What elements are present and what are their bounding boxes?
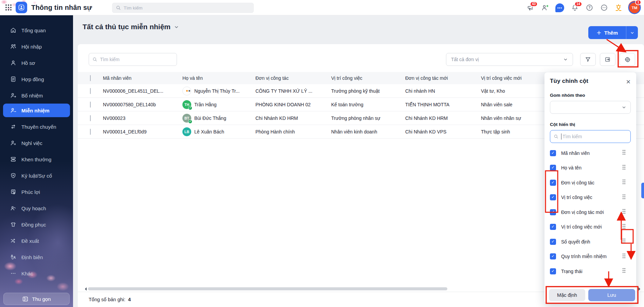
- columns-list: ✓Mã nhân viên✓Họ và tên✓Đơn vị công tác✓…: [550, 146, 631, 279]
- megaphone-icon[interactable]: 43: [526, 4, 534, 12]
- column-checkbox[interactable]: ✓: [550, 268, 556, 274]
- sidebar-item-hop-dong[interactable]: Hợp đồng: [0, 71, 73, 87]
- person-add-icon[interactable]: [541, 4, 549, 12]
- settings-button[interactable]: [620, 53, 635, 66]
- drag-handle[interactable]: [622, 209, 626, 216]
- sidebar-item-dong-phuc[interactable]: Đồng phục: [0, 216, 73, 233]
- job-position: Nhân viên kinh doanh: [331, 129, 405, 134]
- verified-badge-icon: ✓: [188, 120, 192, 124]
- sidebar-item-khen-thuong[interactable]: Khen thưởng: [0, 151, 73, 167]
- columns-search[interactable]: [550, 130, 631, 143]
- column-header[interactable]: Đơn vị công tác: [255, 75, 331, 81]
- dismiss-icon: [10, 107, 17, 114]
- column-checkbox[interactable]: ✓: [550, 209, 556, 215]
- group-by-label: Gom nhóm theo: [550, 93, 631, 98]
- column-checkbox[interactable]: ✓: [550, 239, 556, 245]
- drag-handle-icon: [622, 253, 626, 259]
- chat-icon[interactable]: •••: [555, 3, 564, 12]
- column-header[interactable]: Vị trí công việc: [331, 75, 405, 81]
- column-toggle-item: ✓Họ và tên: [550, 161, 631, 176]
- column-header[interactable]: Mã nhân viên: [103, 75, 182, 81]
- unit-filter-select[interactable]: Tất cả đơn vị: [446, 53, 573, 66]
- column-header[interactable]: Đơn vị công tác mới: [405, 75, 481, 81]
- sidebar-item-ho-so[interactable]: Hồ sơ: [0, 55, 73, 71]
- drag-handle[interactable]: [622, 194, 626, 201]
- column-header[interactable]: Họ và tên: [182, 75, 255, 81]
- column-checkbox[interactable]: ✓: [550, 194, 556, 200]
- sidebar-item-tong-quan[interactable]: Tổng quan: [0, 22, 73, 38]
- filter-button[interactable]: [580, 53, 596, 66]
- group-by-select[interactable]: [550, 101, 631, 114]
- drag-handle[interactable]: [622, 223, 626, 231]
- sidebar-item-de-xuat[interactable]: Đề xuất: [0, 233, 73, 249]
- close-icon[interactable]: ✕: [626, 78, 631, 86]
- edge-widget[interactable]: [641, 183, 644, 198]
- default-button[interactable]: Mặc định: [549, 289, 585, 301]
- drag-handle[interactable]: [622, 179, 626, 186]
- help-icon[interactable]: ?: [585, 4, 593, 12]
- app-logo-icon[interactable]: [16, 2, 27, 13]
- column-checkbox[interactable]: ✓: [550, 150, 556, 156]
- sidebar-item-phuc-loi[interactable]: Phúc lợi: [0, 184, 73, 200]
- add-split-button: Thêm: [588, 26, 638, 39]
- save-button[interactable]: Lưu: [588, 289, 635, 301]
- discipline-icon: [10, 172, 17, 179]
- sidebar-item-dinh-bien[interactable]: Định biên: [0, 249, 73, 265]
- chevron-down-icon: [622, 105, 626, 110]
- global-search-input[interactable]: [124, 5, 250, 11]
- add-button[interactable]: Thêm: [588, 26, 626, 39]
- column-toggle-item: ✓Vị trí công việc: [550, 190, 631, 205]
- svg-text:?: ?: [588, 5, 590, 10]
- more-circle-icon[interactable]: [600, 4, 608, 12]
- drag-handle-icon: [622, 209, 626, 214]
- page-title[interactable]: Tất cả thủ tục miễn nhiệm: [83, 23, 179, 31]
- employee-id: NV000023: [103, 115, 182, 121]
- collapse-icon: [22, 296, 29, 302]
- header-actions: 43 ••• 14 ? TM 1: [526, 0, 640, 15]
- customize-columns-panel: Tùy chỉnh cột ✕ Gom nhóm theo Cột hiển t…: [544, 72, 636, 303]
- scroll-left-arrow[interactable]: [83, 287, 87, 291]
- scrollbar-thumb[interactable]: [88, 287, 447, 290]
- sidebar-item-thuyen-chuyen[interactable]: Thuyên chuyển: [0, 119, 73, 135]
- column-checkbox[interactable]: ✓: [550, 224, 556, 230]
- column-checkbox[interactable]: ✓: [550, 253, 556, 259]
- row-checkbox[interactable]: [90, 115, 91, 121]
- sidebar-item-ky-luat[interactable]: Kỷ luật/Sự cố: [0, 167, 73, 184]
- row-checkbox[interactable]: [90, 88, 91, 94]
- table-search[interactable]: [89, 53, 177, 66]
- sidebar-item-nghi-viec[interactable]: Nghỉ việc: [0, 135, 73, 151]
- add-dropdown-button[interactable]: [626, 26, 638, 39]
- table-search-input[interactable]: [100, 57, 173, 62]
- columns-search-input[interactable]: [562, 134, 627, 139]
- lamp-icon[interactable]: [614, 4, 623, 12]
- drag-handle[interactable]: [622, 268, 626, 275]
- employee-name: Trần Hằng: [194, 102, 221, 107]
- drag-handle[interactable]: [622, 238, 626, 245]
- select-all-checkbox[interactable]: [90, 75, 91, 81]
- global-search[interactable]: [112, 3, 254, 13]
- sidebar-item-quy-hoach[interactable]: Quy hoạch: [0, 200, 73, 216]
- row-checkbox[interactable]: [90, 102, 91, 108]
- panel-footer: Mặc định Lưu: [544, 287, 636, 303]
- collapse-sidebar-button[interactable]: Thu gọn: [3, 293, 70, 305]
- drag-handle[interactable]: [622, 253, 626, 260]
- drag-handle[interactable]: [622, 164, 626, 171]
- column-checkbox[interactable]: ✓: [550, 180, 556, 186]
- bell-icon[interactable]: 14: [571, 4, 579, 12]
- sidebar-item-khac[interactable]: Khác: [0, 265, 73, 282]
- panel-title: Tùy chỉnh cột: [550, 78, 631, 85]
- sidebar-item-hoi-nhap[interactable]: Hội nhập: [0, 38, 73, 55]
- employee-id: NV000007580_DEL140b: [103, 102, 182, 107]
- job-position: Kế toán trưởng: [331, 102, 405, 107]
- row-checkbox[interactable]: [90, 129, 91, 135]
- user-avatar[interactable]: TM 1: [629, 2, 640, 13]
- scroll-right-arrow[interactable]: [639, 287, 642, 291]
- chevron-down-icon: [174, 24, 179, 30]
- sidebar-item-bo-nhiem[interactable]: Bổ nhiệm: [0, 87, 73, 104]
- avatar: TH✓: [182, 100, 191, 109]
- sidebar-item-mien-nhiem[interactable]: Miễn nhiệm: [3, 104, 70, 117]
- apps-grid-icon[interactable]: [5, 4, 12, 11]
- drag-handle[interactable]: [622, 149, 626, 157]
- export-button[interactable]: [600, 53, 615, 66]
- column-checkbox[interactable]: ✓: [550, 165, 556, 171]
